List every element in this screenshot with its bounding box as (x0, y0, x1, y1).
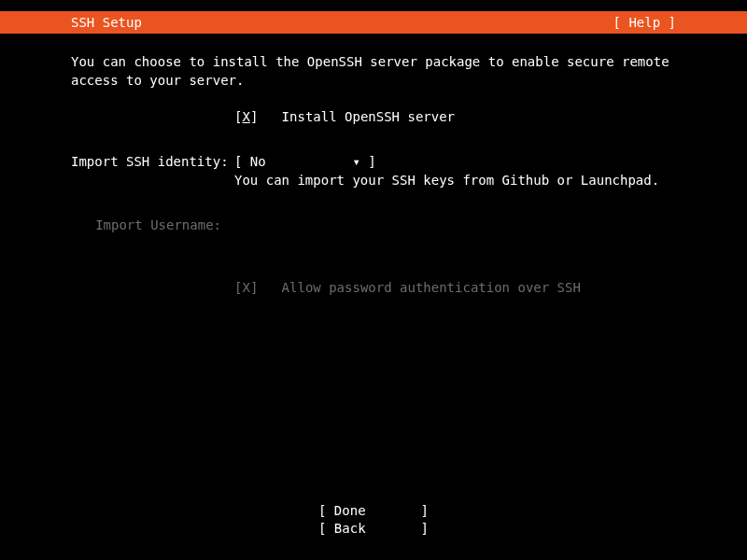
install-openssh-row: [X] Install OpenSSH server (71, 107, 676, 126)
checkbox-mark: X (242, 280, 249, 295)
header-bar: SSH Setup [ Help ] (0, 11, 747, 34)
help-button[interactable]: [ Help ] (613, 13, 676, 32)
install-openssh-label: Install OpenSSH server (282, 109, 455, 124)
import-username-row: Import Username: (71, 216, 676, 234)
import-username-label: Import Username: (71, 216, 234, 234)
import-identity-label: Import SSH identity: (71, 152, 234, 171)
import-identity-value: No (250, 154, 266, 169)
allow-password-row: [X] Allow password authentication over S… (71, 278, 676, 297)
import-identity-helper: You can import your SSH keys from Github… (234, 171, 676, 189)
footer-buttons: [ Done ] [ Back ] (0, 502, 747, 538)
content-area: You can choose to install the OpenSSH se… (0, 34, 747, 297)
import-identity-row: Import SSH identity: [ No ▾ ] You can im… (71, 152, 676, 190)
install-openssh-checkbox[interactable]: [X] (234, 109, 258, 124)
done-button[interactable]: [ Done ] (318, 502, 429, 520)
allow-password-checkbox[interactable]: [X] (234, 280, 258, 295)
chevron-down-icon: ▾ (352, 152, 359, 171)
checkbox-mark: X (242, 109, 249, 124)
description-text: You can choose to install the OpenSSH se… (71, 52, 676, 91)
page-title: SSH Setup (71, 13, 142, 32)
import-identity-dropdown[interactable]: [ No ▾ ] (234, 154, 376, 169)
back-button[interactable]: [ Back ] (318, 520, 429, 538)
allow-password-label: Allow password authentication over SSH (282, 280, 581, 295)
